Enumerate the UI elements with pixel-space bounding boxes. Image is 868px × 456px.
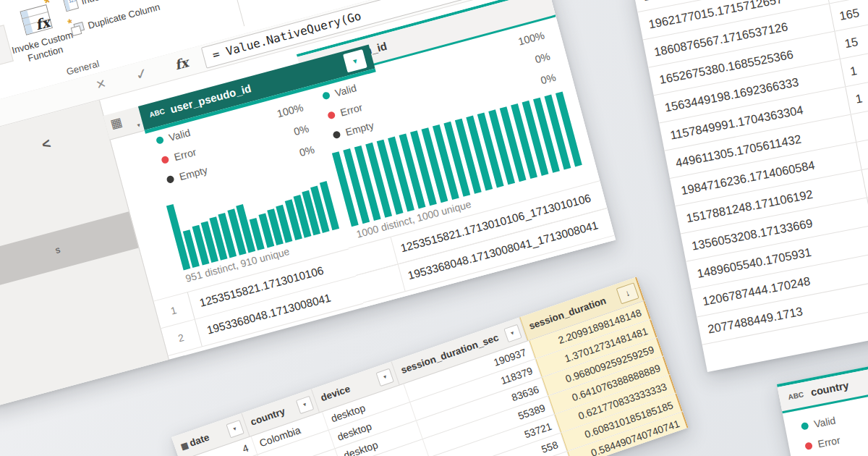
- column-quality-percentages: 100%0%0%: [516, 25, 558, 95]
- queries-pane-collapsed: < s: [0, 100, 169, 408]
- abc-type-icon: ABC: [788, 390, 804, 401]
- column-filter-button[interactable]: ▾: [376, 368, 394, 387]
- valid-dot-icon: [801, 422, 809, 431]
- valid-dot-icon: [322, 91, 331, 100]
- selected-query-item[interactable]: s: [0, 211, 139, 297]
- index-label: Index: [80, 0, 106, 7]
- cancel-button[interactable]: ×: [95, 75, 108, 93]
- abc-type-icon: ABC: [148, 107, 166, 119]
- table-grid-icon: ▦: [109, 116, 124, 131]
- chevron-down-icon: ▾: [137, 122, 141, 129]
- error-dot-icon: [327, 111, 336, 119]
- error-dot-icon: [804, 442, 813, 450]
- column-header-country[interactable]: ABC country: [778, 358, 868, 413]
- empty-dot-icon: [332, 130, 341, 139]
- id-values-table: 1601893517.17130101061962177015.17157126…: [632, 0, 868, 372]
- column-quality-legend: Valid Error Empty: [799, 409, 852, 456]
- index-column-icon: 123: [63, 0, 79, 12]
- column-quality-legend: Valid Error Empty: [154, 121, 210, 190]
- column-name: country: [809, 379, 849, 398]
- column-name: user_pseudo_id: [169, 82, 252, 115]
- custom-function-icon: fx *: [20, 4, 53, 35]
- column-quality-percentages: 100%0%0%: [224, 97, 318, 180]
- index-column-button[interactable]: 123 Index: [63, 0, 105, 12]
- column-filter-button[interactable]: ▾: [296, 396, 314, 414]
- fx-icon: fx: [173, 54, 190, 72]
- column-filter-button[interactable]: ▾: [503, 324, 522, 342]
- column-quality-legend: Valid Error Empty: [320, 76, 376, 145]
- commit-button[interactable]: ✓: [134, 64, 150, 84]
- column-filter-button[interactable]: ▾: [226, 420, 244, 438]
- valid-dot-icon: [156, 136, 164, 145]
- selected-query-label: s: [54, 244, 61, 256]
- ribbon-group-separator: [221, 0, 244, 26]
- error-dot-icon: [161, 156, 169, 164]
- duplicate-column-icon: *: [70, 22, 85, 35]
- invoke-custom-function-label: Invoke Custom Function: [6, 28, 82, 69]
- sparkle-icon: *: [44, 0, 51, 7]
- duplicate-column-label: Duplicate Column: [87, 1, 161, 31]
- column-country-card: ABC country Valid Error Empty: [777, 355, 868, 456]
- collapse-pane-chevron[interactable]: <: [40, 135, 52, 153]
- empty-dot-icon: [166, 175, 174, 184]
- column-filter-button[interactable]: ▾: [343, 49, 367, 72]
- sort-descending-icon[interactable]: ↓: [616, 282, 639, 304]
- calendar-icon: ▦: [179, 440, 190, 451]
